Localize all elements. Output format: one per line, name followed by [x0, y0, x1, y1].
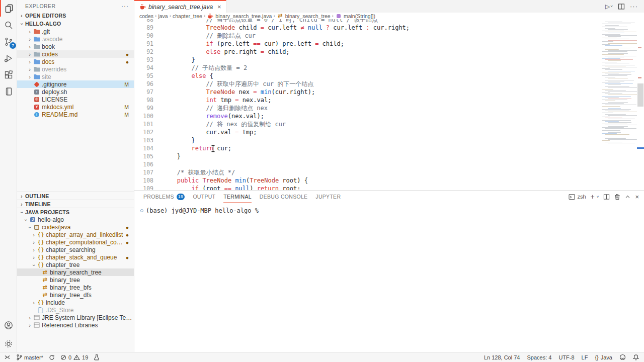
- file-mkdocs-yml[interactable]: Ymkdocs.ymlM: [17, 103, 134, 111]
- java-node-chapter-computational-complexity[interactable]: ›{ }chapter_computational_complexity●: [17, 238, 134, 246]
- chevron-down-icon[interactable]: ›: [27, 224, 33, 231]
- terminal-dropdown-icon[interactable]: ˅: [597, 195, 599, 199]
- file--git[interactable]: ›.git: [17, 28, 134, 35]
- workspace-root-section[interactable]: › HELLO-ALGO: [17, 20, 134, 28]
- panel-tab-debug-console[interactable]: DEBUG CONSOLE: [260, 191, 308, 203]
- chevron-right-icon[interactable]: ›: [30, 254, 37, 260]
- breadcrumb-item[interactable]: binary_search_tree.java: [207, 13, 272, 19]
- code-line-108[interactable]: 108public TreeNode min(TreeNode root) {: [134, 176, 644, 185]
- chevron-right-icon[interactable]: ›: [30, 239, 37, 245]
- run-debug-icon[interactable]: [0, 50, 17, 66]
- breadcrumb-item[interactable]: codes: [139, 13, 153, 19]
- java-node-include[interactable]: ›{ }include: [17, 299, 134, 306]
- java-node-hello-algo[interactable]: ›Jhello-algo: [17, 216, 134, 223]
- account-icon[interactable]: [0, 317, 17, 333]
- minimap[interactable]: [600, 20, 637, 190]
- java-node-chapter-stack-and-queue[interactable]: ›{ }chapter_stack_and_queue●: [17, 253, 134, 261]
- timeline-section[interactable]: › TIMELINE: [17, 200, 134, 208]
- file-deploy-sh[interactable]: ›deploy.sh: [17, 88, 134, 96]
- panel-tab-jupyter[interactable]: JUPYTER: [315, 191, 341, 203]
- java-node-binary-search-tree[interactable]: ⇄binary_search_tree: [17, 268, 134, 276]
- overview-ruler[interactable]: [637, 19, 644, 190]
- code-line-97[interactable]: 97TreeNode nex = min(cur.right);: [134, 88, 644, 96]
- code-editor[interactable]: 88// 当子结点数量 = 0 / 1 时, child = null / 该子…: [134, 19, 644, 190]
- code-line-102[interactable]: 102cur.val = tmp;: [134, 128, 644, 136]
- explorer-icon[interactable]: [0, 0, 17, 17]
- file-license[interactable]: ©LICENSE: [17, 96, 134, 103]
- chevron-right-icon[interactable]: ›: [26, 315, 33, 321]
- settings-gear-icon[interactable]: [0, 335, 17, 352]
- code-line-109[interactable]: 109if (root == null) return root;: [134, 185, 644, 190]
- chevron-right-icon[interactable]: ›: [26, 44, 33, 50]
- code-line-105[interactable]: 105}: [134, 152, 644, 160]
- split-terminal-icon[interactable]: [603, 194, 610, 200]
- file--gitignore[interactable]: .gitignoreM: [17, 80, 134, 88]
- eol-status[interactable]: LF: [582, 354, 588, 360]
- code-line-99[interactable]: 99// 递归删除结点 nex: [134, 104, 644, 112]
- java-node-chapter-tree[interactable]: ›{ }chapter_tree: [17, 261, 134, 268]
- maximize-panel-icon[interactable]: [625, 194, 630, 200]
- java-node-binary-tree-dfs[interactable]: ⇄binary_tree_dfs: [17, 291, 134, 299]
- chevron-right-icon[interactable]: ›: [30, 300, 37, 306]
- code-line-91[interactable]: 91if (pre.left == cur) pre.left = child;: [134, 40, 644, 48]
- breadcrumb-item[interactable]: ⇄binary_search_tree: [277, 13, 331, 19]
- chevron-right-icon[interactable]: ›: [30, 247, 37, 253]
- chevron-right-icon[interactable]: ›: [30, 232, 37, 238]
- extensions-icon[interactable]: [0, 66, 17, 83]
- remote-indicator[interactable]: [4, 354, 11, 360]
- file-site[interactable]: ›site: [17, 73, 134, 80]
- panel-tab-terminal[interactable]: TERMINAL: [223, 191, 252, 203]
- code-line-88[interactable]: 88// 当子结点数量 = 0 / 1 时, child = null / 该子…: [134, 19, 644, 24]
- java-node-referenced-libraries[interactable]: ›Referenced Libraries: [17, 321, 134, 329]
- java-node-chapter-searching[interactable]: ›{ }chapter_searching: [17, 246, 134, 253]
- chevron-down-icon[interactable]: ›: [31, 261, 37, 268]
- feedback-smiley[interactable]: [619, 354, 626, 360]
- language-mode[interactable]: {} Java: [595, 354, 612, 360]
- git-branch-status[interactable]: master*: [16, 354, 43, 360]
- open-editors-section[interactable]: › OPEN EDITORS: [17, 12, 134, 20]
- java-node-jre-system-library-eclipse-temurin-17-17-[interactable]: ›JRE System Library [Eclipse Temurin 17 …: [17, 314, 134, 321]
- explorer-more-actions[interactable]: ···: [121, 3, 129, 10]
- java-node-binary-tree-bfs[interactable]: ⇄binary_tree_bfs: [17, 284, 134, 291]
- code-line-92[interactable]: 92else pre.right = child;: [134, 48, 644, 56]
- breadcrumb-item[interactable]: chapter_tree: [173, 13, 202, 19]
- run-button[interactable]: ▷ ˅: [605, 3, 613, 10]
- chevron-right-icon[interactable]: ›: [26, 322, 33, 328]
- code-line-96[interactable]: 96// 获取中序遍历中 cur 的下一个结点: [134, 80, 644, 88]
- java-node-chapter-array-and-linkedlist[interactable]: ›{ }chapter_array_and_linkedlist●: [17, 231, 134, 238]
- notebook-icon[interactable]: [0, 83, 17, 100]
- terminal[interactable]: (base) jyd@JYD-MBP hello-algo %: [134, 203, 644, 352]
- code-line-94[interactable]: 94// 子结点数量 = 2: [134, 64, 644, 72]
- indentation-status[interactable]: Spaces: 4: [527, 354, 551, 360]
- chevron-right-icon[interactable]: ›: [26, 74, 33, 80]
- java-node--ds-store[interactable]: .DS_Store: [17, 306, 134, 314]
- new-terminal-icon[interactable]: +: [591, 193, 595, 201]
- file-book[interactable]: ›book: [17, 43, 134, 50]
- code-line-107[interactable]: 107/* 获取最小结点 */: [134, 168, 644, 176]
- chevron-right-icon[interactable]: ›: [26, 59, 33, 65]
- editor-scrollbar[interactable]: [637, 83, 643, 107]
- file-overrides[interactable]: ›overrides: [17, 65, 134, 73]
- panel-tab-problems[interactable]: PROBLEMS19: [143, 191, 185, 203]
- java-node-binary-tree[interactable]: ⇄binary_tree: [17, 276, 134, 284]
- code-line-98[interactable]: 98int tmp = nex.val;: [134, 96, 644, 104]
- code-line-103[interactable]: 103}: [134, 136, 644, 144]
- tests-status[interactable]: [94, 354, 100, 360]
- chevron-right-icon[interactable]: ›: [26, 29, 33, 35]
- chevron-down-icon[interactable]: ›: [23, 216, 29, 223]
- kill-terminal-trash-icon[interactable]: [614, 194, 620, 200]
- code-line-93[interactable]: 93}: [134, 56, 644, 64]
- panel-tab-output[interactable]: OUTPUT: [193, 191, 215, 203]
- more-actions-icon[interactable]: ···: [630, 3, 638, 10]
- tab-binary-search-tree[interactable]: binary_search_tree.java ×: [134, 0, 226, 13]
- java-projects-section[interactable]: › JAVA PROJECTS: [17, 208, 134, 216]
- search-icon[interactable]: [0, 17, 17, 33]
- file-codes[interactable]: ›codes●: [17, 50, 134, 58]
- file--vscode[interactable]: ›.vscode: [17, 35, 134, 43]
- cursor-position[interactable]: Ln 128, Col 74: [484, 354, 520, 360]
- breadcrumb-item[interactable]: java: [158, 13, 168, 19]
- code-line-90[interactable]: 90// 删除结点 cur: [134, 32, 644, 40]
- breadcrumb-item[interactable]: main(String[]): [335, 13, 375, 19]
- chevron-right-icon[interactable]: ›: [26, 51, 33, 57]
- code-line-101[interactable]: 101// 将 nex 的值复制给 cur: [134, 120, 644, 128]
